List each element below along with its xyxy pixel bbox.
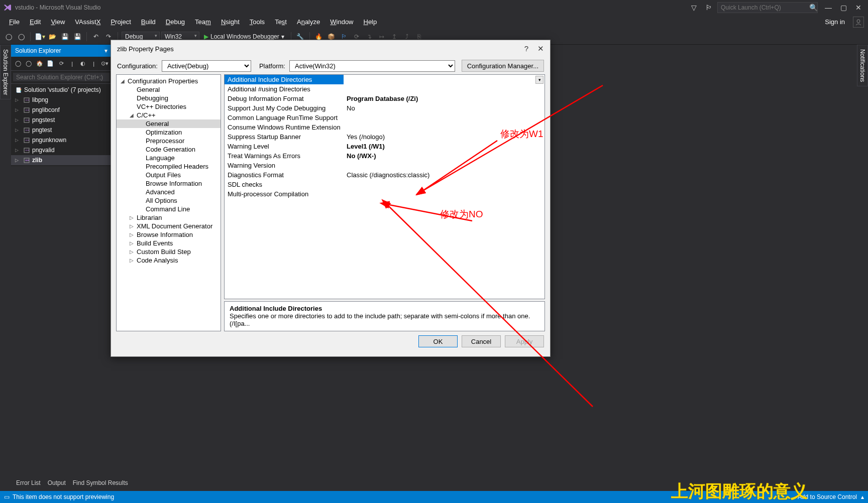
open-icon[interactable]: 📂 (47, 31, 58, 42)
tree-node[interactable]: ▷Librarian (117, 213, 221, 222)
minimize-icon[interactable]: — (822, 1, 835, 14)
grid-row[interactable]: Diagnostics FormatClassic (/diagnostics:… (225, 170, 545, 180)
search-input[interactable] (13, 73, 110, 81)
grid-row[interactable]: Support Just My Code DebuggingNo (225, 103, 545, 113)
property-value[interactable]: No (/WX-) (344, 151, 545, 161)
grid-row[interactable]: Warning Version (225, 161, 545, 170)
menu-test[interactable]: Test (270, 16, 292, 28)
project-node-libpng[interactable]: ▷++libpng (11, 95, 112, 105)
menu-team[interactable]: Team (190, 16, 216, 28)
expand-icon[interactable]: ▷ (15, 97, 21, 102)
tree-node[interactable]: ▷Code Analysis (117, 256, 221, 265)
side-tab-notifications[interactable]: Notifications (857, 45, 868, 86)
fwd-icon[interactable]: ◯ (24, 59, 34, 69)
grid-row[interactable]: SDL checks (225, 180, 545, 189)
menu-window[interactable]: Window (325, 16, 358, 28)
menu-file[interactable]: File (4, 16, 25, 28)
menu-nsight[interactable]: Nsight (216, 16, 245, 28)
expand-icon[interactable]: ▷ (15, 128, 21, 133)
tab-output[interactable]: Output (48, 479, 66, 486)
grid-row[interactable]: Common Language RunTime Support (225, 113, 545, 122)
menu-project[interactable]: Project (105, 16, 136, 28)
dropdown-icon[interactable]: ▾ (535, 76, 544, 84)
project-node-zlib[interactable]: ▷++zlib (11, 155, 112, 165)
property-value[interactable] (344, 84, 545, 94)
grid-row[interactable]: Treat Warnings As ErrorsNo (/WX-) (225, 151, 545, 161)
grid-row[interactable]: Additional Include Directories (225, 75, 545, 84)
property-value[interactable] (344, 75, 545, 84)
tree-node-root[interactable]: ◢Configuration Properties (117, 77, 221, 85)
tree-node[interactable]: ▷Browse Information (117, 230, 221, 239)
help-icon[interactable]: ? (524, 44, 528, 53)
side-tab-solution-explorer[interactable]: Solution Explorer (0, 45, 11, 99)
property-grid[interactable]: ▾ Additional Include DirectoriesAddition… (224, 74, 545, 299)
property-value[interactable]: Yes (/nologo) (344, 132, 545, 142)
expand-icon[interactable]: ▷ (15, 148, 21, 153)
avatar-icon[interactable] (853, 17, 864, 28)
config-select[interactable]: Active(Debug) (162, 60, 251, 72)
expand-icon[interactable]: ▷ (15, 107, 21, 112)
tree-node[interactable]: Optimization (117, 128, 221, 137)
sign-in-link[interactable]: Sign in (820, 16, 850, 28)
menu-edit[interactable]: Edit (25, 16, 46, 28)
maximize-icon[interactable]: ▢ (837, 1, 850, 14)
sync-icon[interactable]: 📄 (46, 59, 56, 69)
project-node-pngstest[interactable]: ▷++pngstest (11, 115, 112, 125)
property-value[interactable]: Program Database (/Zi) (344, 94, 545, 103)
flag-icon[interactable]: 🏳 (702, 1, 715, 14)
tree-node[interactable]: ▷XML Document Generator (117, 222, 221, 230)
panel-dropdown-icon[interactable]: ▾ (104, 47, 107, 54)
menu-view[interactable]: View (46, 16, 70, 28)
back-icon[interactable]: ◯ (13, 59, 23, 69)
tree-node[interactable]: General (117, 85, 221, 94)
tree-node[interactable]: Debugging (117, 94, 221, 102)
menu-vassistx[interactable]: VAssistX (70, 16, 105, 28)
nav-back-icon[interactable]: ◯ (3, 31, 14, 42)
tree-node[interactable]: Advanced (117, 188, 221, 196)
expand-icon[interactable]: ▷ (15, 138, 21, 143)
quick-launch-input[interactable] (717, 2, 818, 13)
grid-row[interactable]: Additional #using Directories (225, 84, 545, 94)
tree-node[interactable]: VC++ Directories (117, 102, 221, 111)
menu-analyze[interactable]: Analyze (292, 16, 325, 28)
project-node-pngunknown[interactable]: ▷++pngunknown (11, 135, 112, 145)
property-value[interactable] (344, 113, 545, 122)
property-value[interactable] (344, 161, 545, 170)
property-value[interactable]: No (344, 103, 545, 113)
tree-node[interactable]: General (117, 119, 221, 128)
filter-icon[interactable]: ◐ (78, 59, 88, 69)
tree-node[interactable]: ▷Build Events (117, 239, 221, 247)
tree-node[interactable]: Preprocessor (117, 137, 221, 145)
project-node-pngvalid[interactable]: ▷++pngvalid (11, 145, 112, 155)
menu-debug[interactable]: Debug (161, 16, 190, 28)
refresh-icon[interactable]: ⟳ (56, 59, 66, 69)
tree-node[interactable]: Code Generation (117, 145, 221, 154)
chevron-up-icon[interactable]: ▴ (861, 493, 864, 500)
project-node-pngtest[interactable]: ▷++pngtest (11, 125, 112, 135)
tree-node[interactable]: ▷Custom Build Step (117, 247, 221, 256)
grid-row[interactable]: Multi-processor Compilation (225, 189, 545, 199)
property-value[interactable] (344, 122, 545, 132)
expand-icon[interactable]: ▷ (15, 117, 21, 122)
property-value[interactable] (344, 189, 545, 199)
grid-row[interactable]: Debug Information FormatProgram Database… (225, 94, 545, 103)
tree-node[interactable]: Language (117, 154, 221, 162)
expand-icon[interactable]: ▷ (15, 158, 21, 163)
tree-node[interactable]: All Options (117, 196, 221, 205)
grid-row[interactable]: Warning LevelLevel1 (/W1) (225, 142, 545, 151)
filter-icon[interactable]: ▽ (687, 1, 700, 14)
undo-icon[interactable]: ↶ (90, 31, 101, 42)
show-all-icon[interactable]: ⊙▾ (100, 59, 110, 69)
grid-row[interactable]: Suppress Startup BannerYes (/nologo) (225, 132, 545, 142)
solution-node[interactable]: 📑 Solution 'vstudio' (7 projects) (11, 85, 112, 95)
tab-error-list[interactable]: Error List (16, 479, 41, 486)
platform-select[interactable]: Active(Win32) (289, 60, 455, 72)
property-value[interactable] (344, 180, 545, 189)
close-icon[interactable]: ✕ (852, 1, 865, 14)
tree-node[interactable]: Browse Information (117, 179, 221, 188)
new-project-icon[interactable]: 📄▾ (34, 31, 45, 42)
nav-fwd-icon[interactable]: ◯ (16, 31, 27, 42)
close-icon[interactable]: ✕ (537, 44, 544, 53)
tree-node-cpp[interactable]: ◢C/C++ (117, 111, 221, 119)
category-tree[interactable]: ◢Configuration Properties GeneralDebuggi… (116, 74, 221, 331)
